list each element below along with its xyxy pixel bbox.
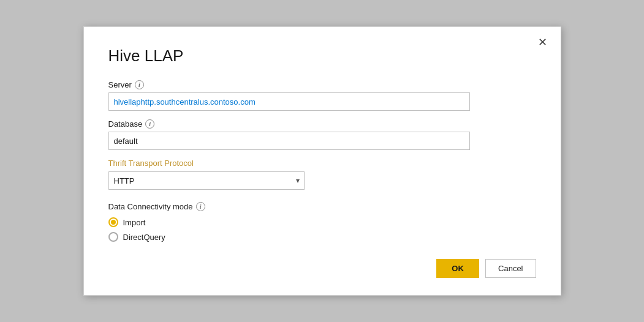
radio-import[interactable]: Import xyxy=(108,217,536,227)
thrift-dropdown-wrapper: HTTP Binary SASL ▾ xyxy=(108,171,305,190)
thrift-label: Thrift Transport Protocol xyxy=(108,159,536,168)
radio-directquery[interactable]: DirectQuery xyxy=(108,232,536,242)
database-info-icon[interactable]: i xyxy=(145,119,154,129)
close-button[interactable]: ✕ xyxy=(534,36,551,49)
dialog-footer: OK Cancel xyxy=(436,259,536,278)
ok-button[interactable]: OK xyxy=(436,259,479,278)
server-input[interactable] xyxy=(108,92,470,111)
server-info-icon[interactable]: i xyxy=(135,80,144,89)
hive-llap-dialog: ✕ Hive LLAP Server i Database i Thrift T… xyxy=(83,26,561,296)
connectivity-label: Data Connectivity mode i xyxy=(108,202,536,211)
connectivity-section: Data Connectivity mode i Import DirectQu… xyxy=(108,202,536,242)
cancel-button[interactable]: Cancel xyxy=(485,259,536,278)
database-label: Database i xyxy=(108,119,536,129)
dialog-title: Hive LLAP xyxy=(108,47,536,66)
radio-directquery-label: DirectQuery xyxy=(123,233,165,242)
radio-directquery-indicator xyxy=(108,232,118,242)
server-field-group: Server i xyxy=(108,80,536,111)
radio-group: Import DirectQuery xyxy=(108,217,536,242)
thrift-select[interactable]: HTTP Binary SASL xyxy=(108,171,305,190)
connectivity-info-icon[interactable]: i xyxy=(196,202,205,211)
server-label: Server i xyxy=(108,80,536,89)
database-input[interactable] xyxy=(108,132,470,150)
database-field-group: Database i xyxy=(108,119,536,150)
radio-import-indicator xyxy=(108,217,118,227)
radio-import-label: Import xyxy=(123,218,146,227)
thrift-field-group: Thrift Transport Protocol HTTP Binary SA… xyxy=(108,159,536,190)
